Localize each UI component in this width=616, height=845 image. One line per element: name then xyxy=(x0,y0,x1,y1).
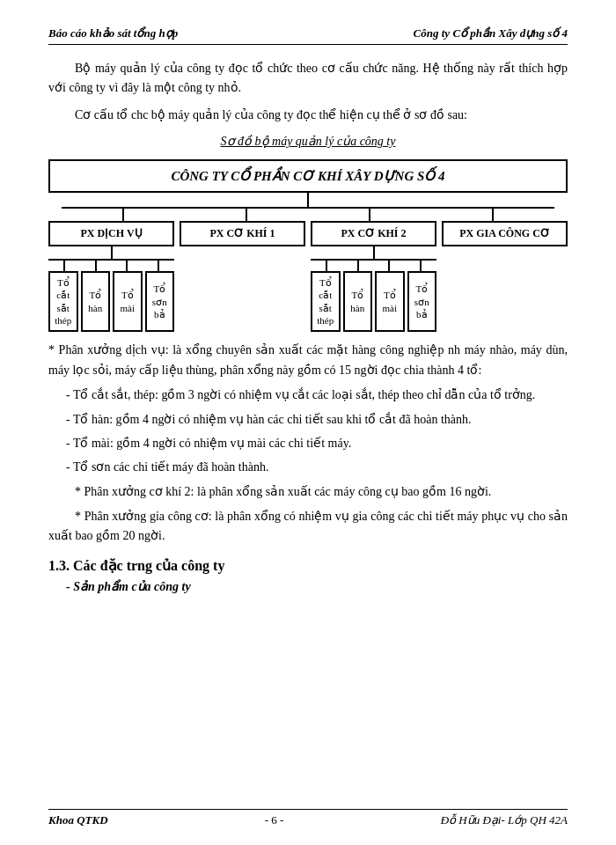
level2-cell-1: PX DỊCH VỤ Tổ cắt sắt thép Tổ hàn xyxy=(48,221,174,332)
sub-boxes-group-2 xyxy=(180,271,305,320)
sub-box-3-2: Tổ hàn xyxy=(343,271,373,332)
level2-row: PX DỊCH VỤ Tổ cắt sắt thép Tổ hàn xyxy=(48,221,568,332)
stem-line xyxy=(307,193,309,207)
paragraph-1: Bộ máy quản lý của công ty đọc tổ chức t… xyxy=(48,59,568,99)
sub-box-3-4: Tổ sơn bả xyxy=(407,271,437,332)
drop-lines-row xyxy=(62,209,554,221)
sub-stem-1 xyxy=(111,246,113,259)
sub-box-1-3: Tổ mài xyxy=(113,271,143,332)
drop-1 xyxy=(62,209,185,221)
bullet-1: - Tổ cắt sắt, thép: gồm 3 ngời có nhiệm … xyxy=(66,386,568,405)
sub-hline-3 xyxy=(311,259,436,261)
note-2: * Phân xưởng cơ khí 2: là phân xổng sản … xyxy=(48,482,568,502)
note-1: * Phân xưởng dịch vụ: là xổng chuyên sản… xyxy=(48,341,568,380)
page: Báo cáo khảo sát tổng hợp Công ty Cổ phầ… xyxy=(0,0,616,845)
sub-heading: - Sản phẩm của công ty xyxy=(66,579,568,594)
sub-box-1-2: Tổ hàn xyxy=(81,271,111,332)
h-span-line xyxy=(62,207,554,209)
header-right: Công ty Cổ phần Xây dựng số 4 xyxy=(414,26,568,40)
level2-cell-4: PX GIA CÔNG CƠ xyxy=(442,221,568,332)
stem-connector xyxy=(48,193,568,207)
sub-box-1-4: Tổ sơn bả xyxy=(145,271,175,332)
drop-4 xyxy=(431,209,554,221)
sub-boxes-group-3: Tổ cắt sắt thép Tổ hàn Tổ mài Tổ sơn bả xyxy=(311,271,436,332)
footer-center: - 6 - xyxy=(265,813,284,827)
drop-3 xyxy=(308,209,431,221)
org-chart: CÔNG TY CỔ PHẦN CƠ KHÍ XÂY DỰNG SỐ 4 xyxy=(48,159,568,332)
bullet-2: - Tổ hàn: gồm 4 ngời có nhiệm vụ hàn các… xyxy=(66,410,568,430)
drop-2 xyxy=(185,209,308,221)
page-footer: Khoa QTKD - 6 - Đỗ Hữu Đại- Lớp QH 42A xyxy=(48,809,568,827)
level2-cell-2: PX CƠ KHÍ 1 xyxy=(180,221,305,332)
note-3: * Phân xưởng gia công cơ: là phân xổng c… xyxy=(48,507,568,547)
bullet-3: - Tổ mài: gồm 4 ngời có nhiệm vụ mài các… xyxy=(66,434,568,453)
level2-box-4: PX GIA CÔNG CƠ xyxy=(442,221,568,246)
sub-boxes-group-1: Tổ cắt sắt thép Tổ hàn Tổ mài Tổ sơn bả xyxy=(48,271,174,332)
diagram-title: Sơ đồ bộ máy quản lý của công ty xyxy=(48,134,568,149)
level2-box-3: PX CƠ KHÍ 2 xyxy=(311,221,436,246)
footer-left: Khoa QTKD xyxy=(48,813,108,827)
level2-box-2: PX CƠ KHÍ 1 xyxy=(180,221,305,246)
paragraph-2: Cơ cấu tổ chc bộ máy quản lý của công ty… xyxy=(48,106,568,125)
sub-box-1-1: Tổ cắt sắt thép xyxy=(48,271,78,332)
level2-cell-3: PX CƠ KHÍ 2 Tổ cắt sắt thép Tổ hàn Tổ mà… xyxy=(311,221,436,332)
bullet-4: - Tổ sơn các chi tiết máy đã hoàn thành. xyxy=(66,458,568,477)
sub-drops-3 xyxy=(311,261,436,271)
sub-stem-3 xyxy=(373,246,375,259)
sub-box-3-1: Tổ cắt sắt thép xyxy=(311,271,341,332)
footer-right: Đỗ Hữu Đại- Lớp QH 42A xyxy=(441,813,568,827)
sub-box-3-3: Tổ mài xyxy=(375,271,405,332)
top-box: CÔNG TY CỔ PHẦN CƠ KHÍ XÂY DỰNG SỐ 4 xyxy=(48,159,568,193)
sub-boxes-group-4 xyxy=(442,271,568,320)
sub-hline-1 xyxy=(48,259,174,261)
section-heading: 1.3. Các đặc trng của công ty xyxy=(48,557,568,574)
header-left: Báo cáo khảo sát tổng hợp xyxy=(48,26,178,40)
level2-box-1: PX DỊCH VỤ xyxy=(48,221,174,246)
page-header: Báo cáo khảo sát tổng hợp Công ty Cổ phầ… xyxy=(48,26,568,45)
sub-drops-1 xyxy=(48,261,174,271)
